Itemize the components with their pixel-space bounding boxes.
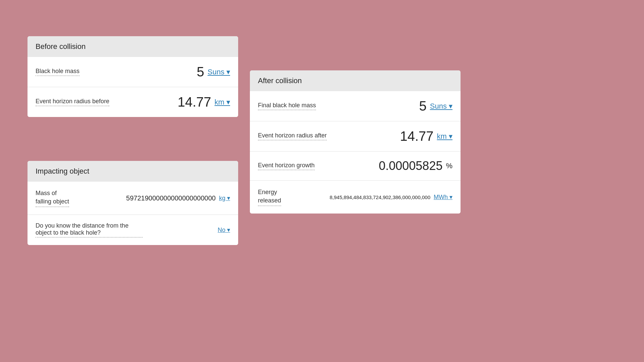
event-horizon-radius-before-label: Event horizon radius before [36, 98, 109, 106]
mass-of-falling-unit[interactable]: kg ▾ [219, 194, 230, 202]
before-collision-body: Black hole mass 5 Suns ▾ Event horizon r… [28, 57, 238, 117]
event-horizon-growth-label: Event horizon growth [258, 162, 315, 170]
energy-released-unit[interactable]: MWh ▾ [434, 193, 452, 201]
mass-of-falling-number: 597219000000000000000000 [126, 194, 216, 202]
event-horizon-after-unit[interactable]: km ▾ [437, 132, 452, 141]
final-mass-label: Final black hole mass [258, 102, 316, 110]
distance-known-row: Do you know the distance from the object… [28, 215, 238, 245]
event-horizon-growth-value-wrap: 0.00005825 % [379, 159, 452, 173]
event-horizon-radius-before-unit[interactable]: km ▾ [215, 98, 230, 107]
event-horizon-growth-row: Event horizon growth 0.00005825 % [250, 152, 461, 181]
energy-released-label: Energy released [258, 188, 281, 206]
event-horizon-radius-before-row: Event horizon radius before 14.77 km ▾ [28, 87, 238, 117]
before-collision-card: Before collision Black hole mass 5 Suns … [28, 36, 238, 117]
mass-of-falling-label: Mass of falling object [36, 189, 69, 207]
energy-released-row: Energy released 8,945,894,484,833,724,90… [250, 181, 461, 214]
event-horizon-after-label: Event horizon radius after [258, 132, 327, 140]
impacting-object-body: Mass of falling object 59721900000000000… [28, 182, 238, 245]
event-horizon-radius-before-value-wrap: 14.77 km ▾ [177, 95, 230, 110]
final-mass-row: Final black hole mass 5 Suns ▾ [250, 91, 461, 121]
distance-known-value-wrap: No ▾ [218, 226, 230, 234]
event-horizon-growth-number: 0.00005825 [379, 159, 442, 173]
event-horizon-radius-before-number: 14.77 [177, 95, 211, 110]
distance-known-value[interactable]: No ▾ [218, 226, 230, 234]
black-hole-mass-label: Black hole mass [36, 68, 79, 76]
event-horizon-after-number: 14.77 [400, 129, 433, 144]
energy-released-value-wrap: 8,945,894,484,833,724,902,386,000,000,00… [330, 193, 452, 201]
distance-known-label: Do you know the distance from the object… [36, 222, 143, 238]
final-mass-unit[interactable]: Suns ▾ [430, 102, 452, 111]
event-horizon-after-row: Event horizon radius after 14.77 km ▾ [250, 121, 461, 152]
after-collision-title: After collision [250, 70, 461, 91]
final-mass-value-wrap: 5 Suns ▾ [419, 99, 452, 114]
final-mass-number: 5 [419, 99, 426, 114]
mass-of-falling-value-wrap: 597219000000000000000000 kg ▾ [126, 194, 230, 202]
black-hole-mass-unit[interactable]: Suns ▾ [208, 68, 230, 76]
impacting-object-card: Impacting object Mass of falling object … [28, 161, 238, 245]
after-collision-card: After collision Final black hole mass 5 … [250, 70, 461, 214]
impacting-object-title: Impacting object [28, 161, 238, 182]
black-hole-mass-row: Black hole mass 5 Suns ▾ [28, 57, 238, 87]
black-hole-mass-number: 5 [197, 64, 204, 79]
after-collision-body: Final black hole mass 5 Suns ▾ Event hor… [250, 91, 461, 214]
before-collision-title: Before collision [28, 36, 238, 57]
energy-released-number: 8,945,894,484,833,724,902,386,000,000,00… [330, 194, 430, 200]
event-horizon-growth-unit: % [446, 162, 452, 170]
black-hole-mass-value-wrap: 5 Suns ▾ [197, 64, 230, 79]
event-horizon-after-value-wrap: 14.77 km ▾ [400, 129, 452, 144]
mass-of-falling-row: Mass of falling object 59721900000000000… [28, 182, 238, 215]
